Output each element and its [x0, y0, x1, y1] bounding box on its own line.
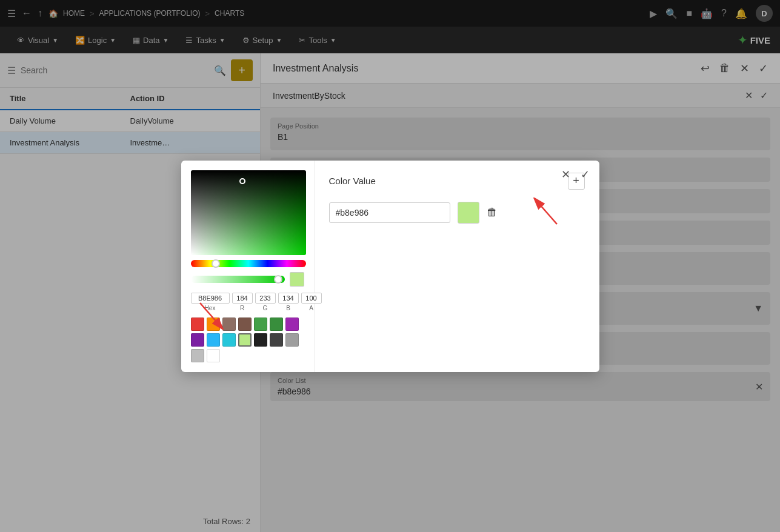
modal-confirm-btn[interactable]: ✓	[581, 168, 590, 181]
alpha-row	[191, 272, 304, 287]
b-input-group: B	[278, 293, 299, 311]
color-picker-left: Hex R G B A	[181, 161, 315, 372]
r-label: R	[240, 305, 244, 311]
r-input-group: R	[232, 293, 253, 311]
color-inputs: Hex R G B A	[191, 293, 304, 311]
a-label: A	[309, 305, 313, 311]
g-input-group: G	[255, 293, 276, 311]
g-input[interactable]	[255, 293, 276, 304]
red-arrow-add	[530, 191, 566, 230]
color-hex-field[interactable]	[329, 202, 450, 223]
alpha-thumb[interactable]	[274, 275, 282, 284]
swatch-purple-dark[interactable]	[191, 333, 204, 347]
swatch-gray[interactable]	[285, 333, 299, 347]
color-swatch-large	[458, 202, 479, 224]
swatch-brown-light[interactable]	[222, 318, 236, 331]
hex-label: Hex	[205, 305, 216, 311]
modal-close-btn[interactable]: ✕	[561, 168, 570, 181]
color-picker-right: ✕ ✓ Color Value + 🗑	[315, 161, 599, 372]
swatch-orange[interactable]	[207, 318, 220, 331]
hue-slider[interactable]	[191, 260, 306, 267]
hex-input[interactable]	[191, 293, 230, 304]
color-gradient-dot[interactable]	[239, 178, 245, 184]
swatch-white[interactable]	[207, 349, 220, 362]
color-gradient[interactable]	[191, 170, 306, 255]
b-input[interactable]	[278, 293, 299, 304]
hue-thumb[interactable]	[212, 259, 220, 268]
hex-input-group: Hex	[191, 293, 230, 311]
color-value-title: Color Value	[329, 176, 376, 186]
swatch-green-dark[interactable]	[270, 318, 283, 331]
alpha-preview	[290, 272, 304, 287]
r-input[interactable]	[232, 293, 253, 304]
swatch-brown[interactable]	[238, 318, 252, 331]
swatch-black[interactable]	[254, 333, 267, 347]
swatch-red[interactable]	[191, 318, 204, 331]
color-right-header: Color Value +	[329, 173, 585, 190]
swatch-lightblue[interactable]	[207, 333, 220, 347]
swatch-cyan[interactable]	[222, 333, 236, 347]
swatch-purple[interactable]	[285, 318, 299, 331]
modal-overlay: Hex R G B A	[0, 0, 780, 532]
add-color-icon: +	[573, 175, 579, 187]
color-picker-modal: Hex R G B A	[181, 161, 599, 372]
color-swatches	[191, 318, 304, 362]
alpha-slider[interactable]	[191, 276, 285, 283]
color-delete-btn[interactable]: 🗑	[487, 206, 498, 219]
b-label: B	[286, 305, 290, 311]
g-label: G	[263, 305, 268, 311]
svg-line-0	[536, 200, 557, 224]
swatch-lightgray[interactable]	[191, 349, 204, 362]
swatch-selected-green[interactable]	[238, 333, 252, 347]
swatch-green[interactable]	[254, 318, 267, 331]
swatch-darkgray[interactable]	[270, 333, 283, 347]
hue-slider-container	[191, 260, 304, 267]
